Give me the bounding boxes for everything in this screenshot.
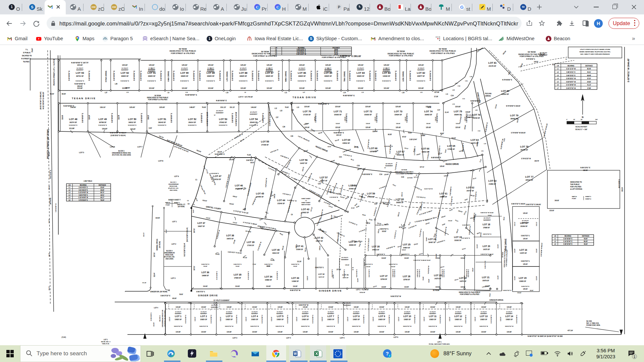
svg-text:LOT 82: LOT 82	[417, 71, 425, 74]
svg-text:125.00': 125.00'	[476, 244, 478, 249]
svg-text:EASEMENT: EASEMENT	[455, 313, 462, 314]
svg-text:LOT 57: LOT 57	[320, 176, 328, 179]
svg-text:10': 10'	[384, 167, 386, 169]
svg-text:125.00': 125.00'	[325, 64, 331, 66]
svg-text:125.00': 125.00'	[523, 288, 528, 290]
svg-text:L11: L11	[284, 92, 287, 94]
svg-text:EASEMENT: EASEMENT	[383, 71, 390, 72]
svg-text:146.29': 146.29'	[470, 194, 475, 197]
svg-text:115.00': 115.00'	[208, 87, 214, 89]
svg-text:110.00': 110.00'	[462, 248, 466, 250]
svg-text:115.00': 115.00'	[379, 306, 384, 308]
svg-text:EASEMENT: EASEMENT	[324, 71, 332, 72]
svg-text:N 89°27'22" W: N 89°27'22" W	[299, 304, 309, 306]
svg-text:S 10°00'00" E: S 10°00'00" E	[459, 114, 463, 123]
svg-text:151.62': 151.62'	[282, 245, 284, 250]
svg-text:L13: L13	[297, 107, 299, 108]
svg-text:LOT 84: LOT 84	[357, 71, 365, 74]
svg-text:24.83': 24.83'	[587, 81, 591, 83]
svg-text:135.00': 135.00'	[474, 317, 476, 321]
svg-text:C13: C13	[462, 98, 465, 100]
svg-text:S 89°27'22" E 160.00': S 89°27'22" E 160.00'	[511, 203, 525, 205]
svg-text:S 00°00'00" E: S 00°00'00" E	[193, 70, 195, 81]
svg-text:SHEET SHEET: SHEET SHEET	[302, 202, 311, 203]
svg-text:S 13°32'59" E: S 13°32'59" E	[268, 167, 276, 172]
svg-text:135.00': 135.00'	[153, 322, 155, 326]
svg-text:S 80°00'00" E 846.37': S 80°00'00" E 846.37'	[309, 189, 322, 197]
svg-text:125.00': 125.00'	[129, 106, 135, 108]
svg-text:N 00°32'38" E: N 00°32'38" E	[248, 271, 249, 280]
svg-text:12.45': 12.45'	[449, 208, 453, 211]
svg-text:DISTANCE: DISTANCE	[99, 184, 106, 186]
svg-text:N 00°32'38" E: N 00°32'38" E	[363, 315, 365, 323]
svg-text:20' UTILITY: 20' UTILITY	[250, 111, 257, 113]
svg-text:125.00': 125.00'	[523, 238, 528, 240]
svg-text:135.00': 135.00'	[372, 317, 374, 321]
svg-text:N 90°00'00" E: N 90°00'00" E	[74, 83, 85, 85]
svg-text:LOT 39: LOT 39	[247, 241, 254, 244]
svg-text:C18: C18	[401, 176, 404, 178]
svg-text:N 00°32'38" E: N 00°32'38" E	[331, 269, 333, 277]
svg-text:EASEMENT: EASEMENT	[539, 54, 547, 56]
svg-text:129.22': 129.22'	[404, 147, 409, 149]
svg-text:GAS, CABLE TV AND OVERLAND DRA: GAS, CABLE TV AND OVERLAND DRAINAGE.	[580, 53, 610, 55]
svg-text:GINGER DRIVE: GINGER DRIVE	[489, 299, 503, 301]
svg-text:135.00': 135.00'	[245, 317, 247, 321]
svg-text:S 36°37'54" E: S 36°37'54" E	[462, 224, 470, 226]
svg-text:125.00': 125.00'	[440, 266, 444, 268]
svg-text:DEDICATED TO THE PUBLIC: DEDICATED TO THE PUBLIC	[395, 171, 414, 173]
svg-text:50': 50'	[581, 119, 582, 120]
svg-text:N 00°00'00" E: N 00°00'00" E	[50, 170, 51, 179]
svg-text:124.19': 124.19'	[89, 115, 90, 120]
svg-text:20' UTILITY: 20' UTILITY	[216, 110, 223, 112]
svg-text:C17: C17	[437, 109, 440, 111]
svg-text:110.00': 110.00'	[266, 265, 270, 267]
svg-text:14000 SF: 14000 SF	[383, 75, 390, 77]
svg-text:125.00': 125.00'	[335, 106, 340, 108]
svg-text:189.36': 189.36'	[520, 63, 523, 68]
svg-text:N 88°25'02" W 433.54': N 88°25'02" W 433.54'	[110, 132, 126, 134]
svg-text:50' ROW: 50' ROW	[502, 252, 504, 258]
svg-text:LOT 53: LOT 53	[219, 118, 227, 121]
svg-text:LITA DRIVE: LITA DRIVE	[226, 71, 228, 81]
svg-text:S 31°11'15" W: S 31°11'15" W	[566, 68, 576, 70]
svg-text:S 58°33'21" W: S 58°33'21" W	[566, 78, 576, 79]
svg-text:110.00': 110.00'	[373, 285, 377, 288]
svg-text:BLOCK 1: BLOCK 1	[170, 181, 177, 183]
svg-text:127.69': 127.69'	[434, 91, 439, 93]
svg-text:LOT 75: LOT 75	[454, 110, 463, 113]
svg-text:15825 SF: 15825 SF	[353, 318, 360, 320]
svg-text:14375 SF: 14375 SF	[520, 252, 527, 254]
svg-text:GINGER DR. (50' ROW): GINGER DR. (50' ROW)	[150, 291, 167, 293]
svg-text:33.97': 33.97'	[455, 219, 459, 222]
svg-text:15' UTILITY: 15' UTILITY	[481, 311, 487, 313]
svg-text:ANIA DRIVE: ANIA DRIVE	[167, 71, 169, 82]
svg-text:68.48': 68.48'	[587, 75, 591, 76]
svg-text:DEDICATED TO THE PUBLIC: DEDICATED TO THE PUBLIC	[170, 50, 197, 52]
svg-text:151.13': 151.13'	[229, 106, 234, 108]
svg-text:564 SF: 564 SF	[203, 190, 206, 195]
svg-text:115.00': 115.00'	[328, 306, 333, 308]
svg-text:C3: C3	[193, 204, 195, 205]
svg-text:LOT 18: LOT 18	[483, 223, 490, 226]
svg-text:125.00': 125.00'	[444, 175, 449, 177]
svg-text:95.55': 95.55'	[250, 162, 254, 164]
svg-text:17343 SF: 17343 SF	[247, 244, 254, 246]
svg-text:73.42': 73.42'	[503, 138, 505, 142]
svg-text:S 00°00'00" E: S 00°00'00" E	[170, 113, 172, 123]
svg-text:N 15°32'38" E 294.84': N 15°32'38" E 294.84'	[247, 182, 252, 196]
svg-text:S 79°01'23" W: S 79°01'23" W	[521, 158, 531, 160]
svg-text:73.06': 73.06'	[408, 132, 412, 134]
svg-text:181.54': 181.54'	[622, 187, 623, 192]
svg-text:S 00°32'38" W: S 00°32'38" W	[55, 203, 57, 212]
svg-text:N 90°00'00" E: N 90°00'00" E	[239, 80, 248, 82]
svg-text:S 89°27'22" E: S 89°27'22" E	[233, 263, 241, 265]
svg-text:C14: C14	[458, 85, 460, 87]
svg-text:MATCH: MATCH	[572, 196, 577, 197]
svg-text:NE-NE, SEC. 9: NE-NE, SEC. 9	[101, 341, 110, 343]
svg-text:110.00': 110.00'	[293, 265, 297, 267]
svg-text:N 89°27'22" W: N 89°27'22" W	[378, 325, 386, 327]
svg-text:63.36': 63.36'	[369, 219, 373, 221]
svg-text:LOT 72: LOT 72	[364, 110, 372, 113]
svg-text:S 65°17'34" W: S 65°17'34" W	[424, 188, 432, 190]
